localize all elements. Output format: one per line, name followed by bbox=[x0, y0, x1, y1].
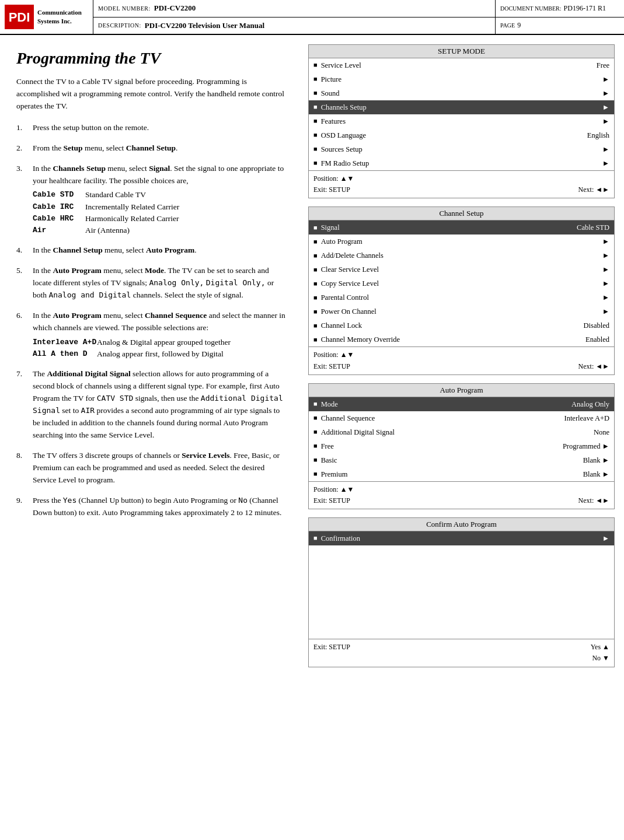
step-9-text: Press the Yes (Channel Up button) to beg… bbox=[33, 495, 287, 519]
ch-memory-override: ■ Channel Memory Override Enabled bbox=[309, 332, 614, 346]
ch-parental: ■ Parental Control ► bbox=[309, 290, 614, 304]
step-2-text: From the Setup menu, select Channel Setu… bbox=[33, 142, 287, 155]
step-6-text: In the Auto Program menu, select Channel… bbox=[33, 310, 287, 360]
confirm-exit-label: Exit: SETUP bbox=[313, 642, 350, 664]
setup-mode-footer-row2: Exit: SETUP Next: ◄► bbox=[313, 184, 609, 195]
ch-footer-row1: Position: ▲▼ bbox=[313, 349, 609, 360]
ap-channel-sequence: ■ Channel Sequence Interleave A+D bbox=[309, 411, 614, 425]
steps-list: 1. Press the setup button on the remote.… bbox=[16, 122, 287, 519]
step-5: 5. In the Auto Program menu, select Mode… bbox=[16, 265, 287, 302]
ap-position-label: Position: ▲▼ bbox=[313, 484, 354, 495]
ap-next-label: Next: ◄► bbox=[578, 495, 609, 506]
channel-setup-title: Channel Setup bbox=[309, 207, 614, 220]
auto-program-title: Auto Program bbox=[309, 384, 614, 397]
step-8: 8. The TV offers 3 discrete groups of ch… bbox=[16, 450, 287, 487]
description-value: PDI-CV2200 Television User Manual bbox=[145, 21, 264, 30]
setup-position-label: Position: ▲▼ bbox=[313, 173, 354, 184]
ch-auto-program: ■ Auto Program ► bbox=[309, 235, 614, 249]
step-3-text: In the Channels Setup menu, select Signa… bbox=[33, 163, 287, 237]
company-logo: PDI Communication Systems Inc. bbox=[0, 0, 93, 34]
ch-footer-row2: Exit: SETUP Next: ◄► bbox=[313, 361, 609, 372]
ch-next-label: Next: ◄► bbox=[578, 361, 609, 372]
step-9: 9. Press the Yes (Channel Up button) to … bbox=[16, 495, 287, 519]
svg-text:PDI: PDI bbox=[9, 10, 30, 24]
step-6-num: 6. bbox=[16, 310, 33, 360]
auto-program-footer: Position: ▲▼ Exit: SETUP Next: ◄► bbox=[309, 481, 614, 509]
channel-setup-footer: Position: ▲▼ Exit: SETUP Next: ◄► bbox=[309, 346, 614, 374]
step-2-num: 2. bbox=[16, 142, 33, 155]
ap-footer-row1: Position: ▲▼ bbox=[313, 484, 609, 495]
ch-exit-label: Exit: SETUP bbox=[313, 361, 350, 372]
doc-value: PD196-171 R1 bbox=[564, 4, 606, 13]
ch-clear-service: ■ Clear Service Level ► bbox=[309, 262, 614, 276]
setup-fm-radio: ■ FM Radio Setup ► bbox=[309, 156, 614, 170]
auto-program-panel: Auto Program ■ Mode Analog Only ■ Channe… bbox=[308, 383, 615, 509]
setup-service-level: ■ Service Level Free bbox=[309, 58, 614, 72]
left-column: Programming the TV Connect the TV to a C… bbox=[0, 35, 304, 677]
right-column: SETUP MODE ■ Service Level Free ■ Pictur… bbox=[304, 35, 624, 677]
company-name: Communication Systems Inc. bbox=[37, 8, 82, 26]
page-row: Page 9 bbox=[496, 18, 624, 34]
ap-additional-digital: ■ Additional Digital Signal None bbox=[309, 425, 614, 439]
signal-cable-irc: Cable IRC Incrementally Related Carrier bbox=[33, 201, 287, 213]
intro-text: Connect the TV to a Cable TV signal befo… bbox=[16, 76, 287, 113]
ch-add-delete: ■ Add/Delete Channels ► bbox=[309, 249, 614, 262]
auto-program-body: ■ Mode Analog Only ■ Channel Sequence In… bbox=[309, 397, 614, 481]
step-3-num: 3. bbox=[16, 163, 33, 237]
signal-table: Cable STD Standard Cable TV Cable IRC In… bbox=[33, 189, 287, 236]
ap-mode: ■ Mode Analog Only bbox=[309, 397, 614, 411]
setup-mode-panel: SETUP MODE ■ Service Level Free ■ Pictur… bbox=[308, 44, 615, 198]
model-row: Model Number: PDI-CV2200 bbox=[93, 0, 495, 18]
confirm-yes-no: Yes ▲No ▼ bbox=[591, 642, 609, 664]
step-4-text: In the Channel Setup menu, select Auto P… bbox=[33, 244, 287, 257]
step-8-text: The TV offers 3 discrete groups of chann… bbox=[33, 450, 287, 487]
signal-cable-hrc: Cable HRC Harmonically Related Carrier bbox=[33, 213, 287, 225]
step-1: 1. Press the setup button on the remote. bbox=[16, 122, 287, 134]
step-1-text: Press the setup button on the remote. bbox=[33, 122, 287, 134]
step-2: 2. From the Setup menu, select Channel S… bbox=[16, 142, 287, 155]
setup-mode-body: ■ Service Level Free ■ Picture ► ■ Sound… bbox=[309, 58, 614, 170]
doc-number-row: Document Number: PD196-171 R1 bbox=[496, 0, 624, 18]
signal-air: Air Air (Antenna) bbox=[33, 225, 287, 236]
setup-features: ■ Features ► bbox=[309, 114, 614, 128]
header-center: Model Number: PDI-CV2200 Description: PD… bbox=[93, 0, 496, 34]
header-right: Document Number: PD196-171 R1 Page 9 bbox=[496, 0, 624, 34]
ch-power-on: ■ Power On Channel ► bbox=[309, 304, 614, 318]
confirm-confirmation: ■ Confirmation ► bbox=[309, 531, 614, 545]
setup-mode-title: SETUP MODE bbox=[309, 45, 614, 58]
ch-channel-lock: ■ Channel Lock Disabled bbox=[309, 318, 614, 332]
ch-position-label: Position: ▲▼ bbox=[313, 349, 354, 360]
ap-basic: ■ Basic Blank ► bbox=[309, 453, 614, 467]
main-content: Programming the TV Connect the TV to a C… bbox=[0, 35, 624, 677]
setup-mode-footer-row1: Position: ▲▼ bbox=[313, 173, 609, 184]
setup-osd-language: ■ OSD Language English bbox=[309, 128, 614, 142]
confirm-spacer bbox=[309, 545, 614, 639]
model-value: PDI-CV2200 bbox=[154, 4, 196, 13]
confirm-footer-row: Exit: SETUP Yes ▲No ▼ bbox=[313, 642, 609, 664]
doc-label: Document Number: bbox=[500, 5, 562, 12]
ap-premium: ■ Premium Blank ► bbox=[309, 467, 614, 481]
signal-cable-std: Cable STD Standard Cable TV bbox=[33, 189, 287, 201]
step-6: 6. In the Auto Program menu, select Chan… bbox=[16, 310, 287, 360]
description-label: Description: bbox=[98, 22, 141, 29]
logo-icon: PDI bbox=[5, 5, 34, 29]
step-3: 3. In the Channels Setup menu, select Si… bbox=[16, 163, 287, 237]
setup-sources-setup: ■ Sources Setup ► bbox=[309, 142, 614, 156]
page-header: PDI Communication Systems Inc. Model Num… bbox=[0, 0, 624, 35]
setup-mode-footer: Position: ▲▼ Exit: SETUP Next: ◄► bbox=[309, 170, 614, 198]
step-8-num: 8. bbox=[16, 450, 33, 487]
seq-all-a: All A then D Analog appear first, follow… bbox=[33, 348, 287, 360]
description-row: Description: PDI-CV2200 Television User … bbox=[93, 18, 495, 34]
setup-sound: ■ Sound ► bbox=[309, 86, 614, 100]
confirm-footer: Exit: SETUP Yes ▲No ▼ bbox=[309, 639, 614, 666]
ch-signal: ■ Signal Cable STD bbox=[309, 220, 614, 235]
ap-free: ■ Free Programmed ► bbox=[309, 439, 614, 453]
step-1-num: 1. bbox=[16, 122, 33, 134]
confirm-auto-program-panel: Confirm Auto Program ■ Confirmation ► Ex… bbox=[308, 517, 615, 667]
step-9-num: 9. bbox=[16, 495, 33, 519]
ap-exit-label: Exit: SETUP bbox=[313, 495, 350, 506]
channel-setup-body: ■ Signal Cable STD ■ Auto Program ► ■ Ad… bbox=[309, 220, 614, 346]
step-7-text: The Additional Digital Signal selection … bbox=[33, 368, 287, 442]
ch-copy-service: ■ Copy Service Level ► bbox=[309, 276, 614, 290]
confirm-body: ■ Confirmation ► bbox=[309, 531, 614, 639]
